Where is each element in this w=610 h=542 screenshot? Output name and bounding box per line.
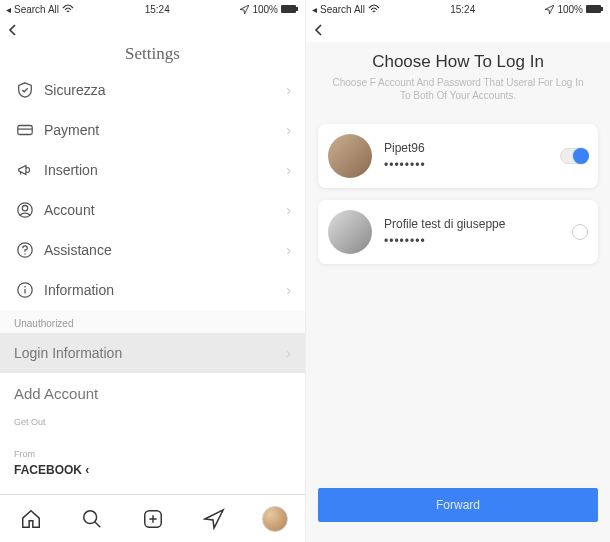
carrier-text: Search All [320, 4, 365, 15]
carrier-text: Search All [14, 4, 59, 15]
tab-home[interactable] [17, 505, 45, 533]
wifi-icon [368, 4, 380, 14]
page-title: Settings [0, 42, 305, 70]
account-name: Profile test di giuseppe [384, 217, 560, 231]
account-password: •••••••• [384, 234, 560, 248]
account-radio[interactable] [572, 224, 588, 240]
megaphone-icon [14, 161, 36, 179]
status-bar: ◂ Search All 15:24 100% [0, 0, 305, 18]
row-add-account[interactable]: Add Account [0, 373, 305, 413]
svg-rect-17 [601, 7, 603, 11]
forward-label: Forward [436, 498, 480, 512]
shield-icon [14, 81, 36, 99]
from-label: From [0, 445, 305, 463]
battery-icon [586, 5, 604, 13]
settings-screen: ◂ Search All 15:24 100% Settings [0, 0, 305, 542]
row-label: Payment [44, 122, 286, 138]
row-label: Insertion [44, 162, 286, 178]
unauthorized-label: Unauthorized [0, 310, 305, 333]
svg-point-9 [24, 286, 26, 288]
row-label: Information [44, 282, 286, 298]
carrier-caret: ◂ [6, 4, 11, 15]
row-label: Sicurezza [44, 82, 286, 98]
facebook-label: FACEBOOK ‹ [0, 463, 305, 487]
location-icon [545, 5, 554, 14]
tab-bar [0, 494, 305, 542]
chevron-right-icon: › [286, 202, 291, 218]
row-information[interactable]: Information › [0, 270, 305, 310]
svg-rect-1 [296, 7, 298, 11]
battery-label: 100% [252, 4, 278, 15]
help-icon [14, 241, 36, 259]
back-icon[interactable] [312, 23, 326, 37]
svg-point-11 [83, 510, 96, 523]
back-icon[interactable] [6, 23, 20, 37]
tab-profile[interactable] [261, 505, 289, 533]
wifi-icon [62, 4, 74, 14]
row-label: Account [44, 202, 286, 218]
account-card-2[interactable]: Profile test di giuseppe •••••••• [318, 200, 598, 264]
avatar-icon [328, 210, 372, 254]
card-icon [14, 121, 36, 139]
svg-rect-0 [281, 5, 296, 13]
carrier-caret: ◂ [312, 4, 317, 15]
row-account[interactable]: Account › [0, 190, 305, 230]
getout-label[interactable]: Get Out [0, 413, 305, 431]
svg-line-12 [94, 521, 100, 527]
tab-create[interactable] [139, 505, 167, 533]
back-bar [306, 18, 610, 42]
battery-label: 100% [557, 4, 583, 15]
avatar-icon [328, 134, 372, 178]
back-bar [0, 18, 305, 42]
row-assistance[interactable]: Assistance › [0, 230, 305, 270]
choose-subtitle: Choose F Account And Password That Usera… [306, 76, 610, 118]
status-time: 15:24 [145, 4, 170, 15]
chevron-right-icon: › [286, 162, 291, 178]
chevron-right-icon: › [286, 242, 291, 258]
svg-point-5 [22, 206, 27, 211]
login-choose-screen: ◂ Search All 15:24 100% Choose How To Lo… [305, 0, 610, 542]
row-login-information[interactable]: Login Information › [0, 333, 305, 373]
chevron-right-icon: › [286, 122, 291, 138]
svg-point-7 [24, 253, 25, 254]
settings-list: Sicurezza › Payment › Insertion › Accoun… [0, 70, 305, 487]
chevron-right-icon: › [286, 282, 291, 298]
account-toggle[interactable] [560, 148, 588, 164]
row-label: Login Information [14, 345, 286, 361]
chevron-right-icon: › [286, 82, 291, 98]
chevron-right-icon: › [286, 345, 291, 361]
status-time: 15:24 [450, 4, 475, 15]
row-label: Assistance [44, 242, 286, 258]
account-name: Pipet96 [384, 141, 548, 155]
status-bar: ◂ Search All 15:24 100% [306, 0, 610, 18]
location-icon [240, 5, 249, 14]
forward-button[interactable]: Forward [318, 488, 598, 522]
row-payment[interactable]: Payment › [0, 110, 305, 150]
info-icon [14, 281, 36, 299]
row-insertion[interactable]: Insertion › [0, 150, 305, 190]
avatar-icon [262, 506, 288, 532]
svg-rect-2 [18, 126, 32, 135]
tab-activity[interactable] [200, 505, 228, 533]
battery-icon [281, 5, 299, 13]
account-password: •••••••• [384, 158, 548, 172]
row-sicurezza[interactable]: Sicurezza › [0, 70, 305, 110]
user-icon [14, 201, 36, 219]
account-card-1[interactable]: Pipet96 •••••••• [318, 124, 598, 188]
chevron-left-icon: ‹ [82, 463, 89, 477]
row-label: Add Account [14, 385, 291, 402]
svg-rect-16 [586, 5, 601, 13]
tab-search[interactable] [78, 505, 106, 533]
choose-title: Choose How To Log In [306, 42, 610, 76]
